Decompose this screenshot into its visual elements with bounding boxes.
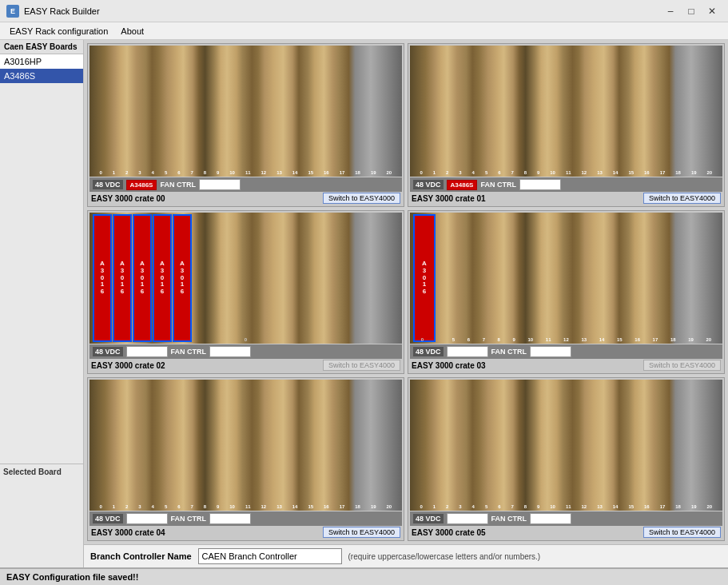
fan-ctrl-input-04[interactable] (209, 513, 251, 524)
board-card-02-2: A3016 (133, 214, 152, 342)
board-item-a3016hp[interactable]: A3016HP (0, 54, 83, 69)
fan-ctrl-input-03[interactable] (530, 346, 571, 357)
status-bar: EASY Configuration file saved!! (0, 567, 728, 585)
rack-bg-04 (90, 380, 402, 511)
menu-bar: EASY Rack configuration About (0, 22, 728, 40)
selected-board-section: Selected Board (0, 464, 83, 567)
crate-02: A3016 A3016 A3016 A3016 A3016 0 48 VDC F… (87, 210, 404, 374)
rack-bg-01 (410, 46, 722, 177)
crate-04: 01234567891011121314151617181920 48 VDC … (87, 377, 404, 541)
rack-bg-00 (90, 46, 402, 177)
sidebar-spacer (0, 83, 83, 464)
fan-ctrl-input-01[interactable] (519, 179, 561, 190)
main-area: Caen EASY Boards A3016HP A3486S Selected… (0, 40, 728, 567)
fan-ctrl-label-00: FAN CTRL (160, 181, 196, 189)
vdc-label-00: 48 VDC (93, 180, 123, 189)
fan-ctrl-label-03: FAN CTRL (491, 348, 527, 356)
boards-overlay-03: A3016 (410, 213, 722, 344)
slot-numbers-00: 01234567891011121314151617181920 (94, 170, 397, 175)
board-card-02-4: A3016 (173, 214, 192, 342)
crate-04-name: EASY 3000 crate 04 (91, 528, 165, 537)
switch-btn-04[interactable]: Switch to EASY4000 (323, 527, 400, 538)
app-icon: E (6, 5, 19, 18)
switch-btn-05[interactable]: Switch to EASY4000 (643, 527, 721, 538)
bottom-section: Branch Controller Name (require uppercas… (84, 544, 728, 567)
crate-03-name: EASY 3000 crate 03 (412, 361, 486, 370)
crate-04-visual: 01234567891011121314151617181920 (90, 380, 402, 511)
content-area: 01234567891011121314151617181920 48 VDC … (84, 40, 728, 567)
slot-numbers-03: 0 567891011121314151617181920 (415, 337, 718, 342)
crate-03-front: 48 VDC FAN CTRL (410, 344, 722, 359)
fan-ctrl-input-02[interactable] (209, 346, 251, 357)
title-bar-left: E EASY Rack Builder (6, 5, 100, 18)
boards-overlay-02: A3016 A3016 A3016 A3016 A3016 (90, 213, 402, 344)
crate-01-footer: EASY 3000 crate 01 Switch to EASY4000 (410, 192, 722, 205)
board-card-02-3: A3016 (153, 214, 172, 342)
branch-controller-hint: (require uppercase/lowercase letters and… (348, 552, 541, 561)
switch-btn-03[interactable]: Switch to EASY4000 (643, 360, 721, 371)
fan-ctrl-label-01: FAN CTRL (480, 181, 516, 189)
rack-bg-05 (410, 380, 722, 511)
vdc-label-05: 48 VDC (413, 514, 444, 523)
crate-02-visual: A3016 A3016 A3016 A3016 A3016 0 (90, 213, 402, 344)
slot-numbers-05: 01234567891011121314151617181920 (415, 504, 718, 509)
slot-numbers-04: 01234567891011121314151617181920 (94, 504, 397, 509)
crate-01-visual: 01234567891011121314151617181920 (410, 46, 722, 177)
board-card-02-0: A3016 (93, 214, 112, 342)
crate-03-visual: A3016 0 567891011121314151617181920 (410, 213, 722, 344)
minimize-button[interactable]: – (661, 3, 680, 19)
status-text: EASY Configuration file saved!! (6, 572, 138, 582)
crate-05-front: 48 VDC FAN CTRL (410, 511, 722, 526)
switch-btn-02[interactable]: Switch to EASY4000 (323, 360, 400, 371)
board-card-02-1: A3016 (113, 214, 132, 342)
crate-02-front: 48 VDC FAN CTRL (90, 344, 402, 359)
menu-item-about[interactable]: About (114, 25, 150, 38)
title-bar-controls: – □ ✕ (661, 3, 722, 19)
menu-item-rack-config[interactable]: EASY Rack configuration (3, 25, 114, 38)
vdc-label-04: 48 VDC (93, 514, 123, 523)
close-button[interactable]: ✕ (702, 3, 722, 19)
fan-ctrl-label-05: FAN CTRL (491, 515, 527, 523)
crate-04-front: 48 VDC FAN CTRL (90, 511, 402, 526)
crate-01: 01234567891011121314151617181920 48 VDC … (408, 43, 725, 207)
crate-05-footer: EASY 3000 crate 05 Switch to EASY4000 (410, 526, 722, 539)
vdc-input-02[interactable] (126, 346, 168, 357)
board-card-03-0: A3016 (413, 214, 436, 342)
crate-00-footer: EASY 3000 crate 00 Switch to EASY4000 (90, 192, 402, 205)
vdc-input-05[interactable] (447, 513, 488, 524)
crate-05-name: EASY 3000 crate 05 (412, 528, 486, 537)
maximize-button[interactable]: □ (682, 3, 701, 19)
crate-00-visual: 01234567891011121314151617181920 (90, 46, 402, 177)
board-badge-01: A3486S (447, 180, 478, 190)
slot-numbers-02: 0 (94, 337, 397, 342)
fan-ctrl-input-05[interactable] (530, 513, 571, 524)
crate-00-front: 48 VDC A3486S FAN CTRL (90, 177, 402, 192)
crate-05-visual: 01234567891011121314151617181920 (410, 380, 722, 511)
branch-controller-label: Branch Controller Name (90, 551, 192, 561)
board-item-a3486s[interactable]: A3486S (0, 69, 83, 83)
branch-controller-input[interactable] (198, 548, 342, 564)
sidebar-header: Caen EASY Boards (0, 40, 83, 54)
vdc-input-03[interactable] (447, 346, 488, 357)
fan-ctrl-label-02: FAN CTRL (171, 348, 207, 356)
crate-02-footer: EASY 3000 crate 02 Switch to EASY4000 (90, 359, 402, 372)
sidebar: Caen EASY Boards A3016HP A3486S Selected… (0, 40, 84, 567)
switch-btn-00[interactable]: Switch to EASY4000 (323, 193, 400, 204)
title-bar: E EASY Rack Builder – □ ✕ (0, 0, 728, 22)
fan-ctrl-input-00[interactable] (199, 179, 241, 190)
crate-00: 01234567891011121314151617181920 48 VDC … (87, 43, 404, 207)
vdc-label-03: 48 VDC (413, 347, 444, 356)
switch-btn-01[interactable]: Switch to EASY4000 (643, 193, 721, 204)
slot-numbers-01: 01234567891011121314151617181920 (415, 170, 718, 175)
vdc-input-04[interactable] (126, 513, 168, 524)
crate-02-name: EASY 3000 crate 02 (91, 361, 165, 370)
crates-area: 01234567891011121314151617181920 48 VDC … (84, 40, 728, 544)
vdc-label-01: 48 VDC (413, 180, 444, 189)
vdc-label-02: 48 VDC (93, 347, 123, 356)
crate-01-name: EASY 3000 crate 01 (412, 194, 486, 203)
crate-05: 01234567891011121314151617181920 48 VDC … (408, 377, 725, 541)
crate-03: A3016 0 567891011121314151617181920 48 V… (408, 210, 725, 374)
board-badge-00: A3486S (126, 180, 157, 190)
crate-00-name: EASY 3000 crate 00 (91, 194, 165, 203)
window-title: EASY Rack Builder (24, 6, 100, 16)
